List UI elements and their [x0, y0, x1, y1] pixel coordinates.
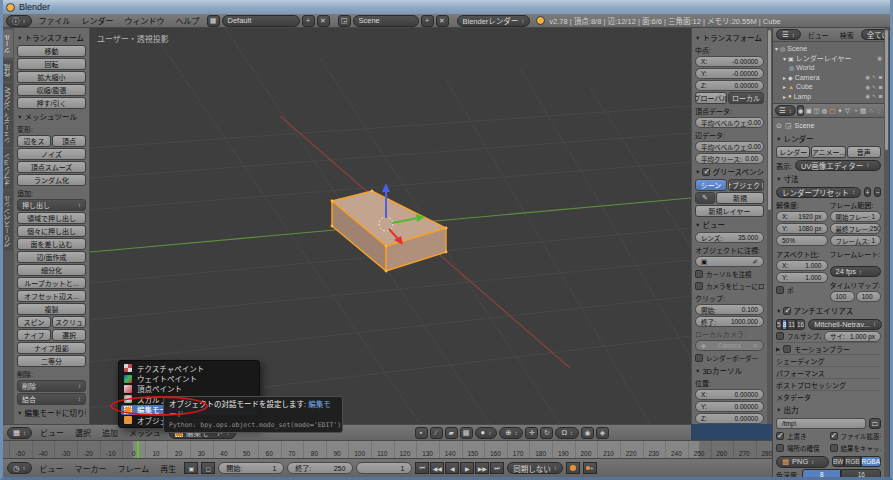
tab-object-data[interactable]: ▽	[844, 105, 851, 116]
edge-select-icon[interactable]: ∕	[430, 427, 443, 439]
expand-icon[interactable]: ▸	[783, 83, 786, 90]
audio-button[interactable]: 音声	[847, 146, 881, 158]
add-preset-button[interactable]: +	[864, 187, 871, 197]
z-axis-handle[interactable]	[382, 183, 390, 192]
expand-icon[interactable]: ▾	[775, 45, 778, 52]
cache-result-row[interactable]: 結果をキャッ...	[830, 443, 882, 453]
toolshelf-button[interactable]: ナイフ投影	[17, 342, 86, 354]
aa-filter-dropdown[interactable]: Mitchell-Netrav...↕	[808, 319, 882, 330]
extrude-dropdown[interactable]: 押し出し↕	[17, 199, 86, 211]
channel-bw[interactable]: BW	[832, 456, 844, 467]
gp-draw-icon[interactable]: ✎	[695, 192, 715, 204]
opengl-render-anim-icon[interactable]: ◈	[596, 427, 609, 439]
bevel-weight-edge-field[interactable]: 平均ベベルウェ:0.00	[695, 141, 764, 152]
cursor-y-field[interactable]: Y:0.00000	[695, 401, 764, 412]
tab-render-layers[interactable]: ▣	[805, 105, 812, 116]
border-row[interactable]: ボ	[776, 285, 828, 295]
remap-new-field[interactable]: 100	[856, 291, 881, 302]
panel-header-grease-pencil[interactable]: ▼グリースペンシルレイ	[695, 166, 764, 177]
gp-new-layer-button[interactable]: 新規レイヤー	[695, 205, 764, 217]
resolution-scale-slider[interactable]: 50%	[776, 235, 828, 246]
expand-icon[interactable]: ▸	[783, 93, 786, 100]
remove-preset-button[interactable]: −	[874, 187, 881, 197]
aspect-y-field[interactable]: Y:1.000	[776, 272, 828, 283]
toolshelf-button[interactable]: 拡大縮小	[17, 71, 86, 83]
toolshelf-button[interactable]: 個々に押し出し	[17, 225, 86, 237]
gp-new-button[interactable]: 新規	[716, 192, 764, 204]
panel-header-dimensions[interactable]: ▼寸法	[776, 173, 881, 184]
toolshelf-button[interactable]: 複製	[17, 303, 86, 315]
screen-layout-icon[interactable]: ▦	[207, 15, 220, 27]
frame-start-field[interactable]: 開始フレー:1	[830, 211, 882, 222]
toolshelf-button[interactable]: 領域で押し出し	[17, 212, 86, 224]
crease-field[interactable]: 平均クリース:0.00	[695, 153, 764, 164]
display-dropdown[interactable]: UV画像エディター↕	[795, 160, 881, 171]
menubar-menu-item[interactable]: ヘルプ	[171, 15, 205, 26]
median-x-field[interactable]: X:-0.00000	[695, 56, 764, 67]
renderability-icon[interactable]: ◙	[879, 84, 882, 90]
menu-item-weight-paint[interactable]: ウェイトペイント	[121, 373, 257, 383]
viewport-shading-dropdown[interactable]: ●↕	[475, 427, 498, 439]
tab-render[interactable]: ◉	[797, 105, 805, 116]
checkbox[interactable]	[830, 432, 838, 440]
cursor-z-field[interactable]: Z:0.00000	[695, 413, 764, 424]
aa-size-field[interactable]: サイ:1.000 px	[824, 331, 881, 342]
delete-scene-button[interactable]: ✕	[436, 15, 449, 27]
toolshelf-button[interactable]: 回転	[17, 58, 86, 70]
toolshelf-button[interactable]: ランダム化	[17, 174, 86, 186]
renderability-icon[interactable]: ◙	[879, 74, 882, 80]
aspect-x-field[interactable]: X:1.000	[776, 260, 828, 271]
panel-header-view[interactable]: ▼ビュー	[695, 219, 764, 230]
renderability-icon[interactable]: ◙	[879, 93, 882, 99]
panel-header-transform[interactable]: ▼トランスフォーム	[17, 32, 86, 43]
outliner-item-world[interactable]: ◍World	[775, 63, 882, 73]
play-reverse-icon[interactable]: ◀	[445, 462, 459, 474]
start-frame-field[interactable]: 開始:1	[218, 462, 284, 474]
outliner-menu-item[interactable]: 検索	[835, 30, 859, 40]
grease-pencil-checkbox[interactable]	[702, 168, 710, 176]
outliner-menu-item[interactable]: ビュー	[803, 30, 834, 40]
outliner-item-lamp[interactable]: ▸●Lamp◉↖◙	[775, 92, 882, 102]
resolution-y-field[interactable]: Y:1080 px	[776, 223, 828, 234]
overwrite-row[interactable]: 上書き	[776, 431, 828, 441]
checkbox[interactable]	[776, 444, 784, 452]
scene-selector[interactable]: Scene	[353, 15, 419, 27]
opengl-render-icon[interactable]: ◉	[581, 427, 594, 439]
checkbox[interactable]	[776, 332, 784, 340]
tab-create[interactable]: 作成	[3, 60, 13, 81]
frame-end-field[interactable]: 最終フレー:250	[830, 223, 882, 234]
pin-icon[interactable]: ⊙	[776, 122, 782, 130]
frame-step-field[interactable]: フレームス:1	[830, 235, 882, 246]
toolshelf-button[interactable]: 頂点スムーズ	[17, 161, 86, 173]
render-engine-selector[interactable]: Blenderレンダー↕	[457, 15, 531, 27]
toolshelf-button[interactable]: 辺をス	[17, 135, 51, 147]
editor-type-selector[interactable]: ▦↕	[7, 427, 32, 439]
render-preset-dropdown[interactable]: レンダープリセット↕	[776, 187, 861, 198]
remap-old-field[interactable]: 100	[830, 291, 855, 302]
expand-icon[interactable]: ▾	[783, 55, 786, 62]
menu-item-texture-paint[interactable]: テクスチャペイント	[121, 363, 257, 373]
delete-layout-button[interactable]: ✕	[317, 15, 330, 27]
clip-end-field[interactable]: 終了:1000.000	[695, 316, 764, 327]
output-path-field[interactable]: /tmp\	[776, 418, 866, 429]
lock-to-object-field[interactable]: ▣✐	[695, 256, 764, 267]
viewport-menu-item[interactable]: メッシュ	[124, 427, 166, 438]
render-button[interactable]: レンダー	[776, 146, 810, 158]
render-border-row[interactable]: レンダーボーダー	[695, 353, 764, 363]
play-icon[interactable]: ▶	[460, 462, 474, 474]
toolshelf-button[interactable]: スピン	[17, 316, 51, 328]
folder-icon[interactable]: 🗀	[869, 418, 881, 429]
visibility-icon[interactable]: ◉	[865, 74, 870, 80]
tab-texture[interactable]: ▨	[860, 105, 867, 116]
visibility-icon[interactable]: ◉	[865, 93, 870, 99]
panel-header-antialiasing[interactable]: ▼アンチエイリアス	[776, 305, 881, 316]
cursor-x-field[interactable]: X:0.00000	[695, 389, 764, 400]
tab-physics[interactable]: ◌	[875, 105, 882, 116]
panel-header-render[interactable]: ▼レンダー	[776, 133, 881, 144]
outliner-item-cube[interactable]: ▸▲Cube◉↖◙	[775, 82, 882, 92]
tab-world[interactable]: ◍	[821, 105, 828, 116]
placeholders-row[interactable]: 場所の確保	[776, 443, 828, 453]
collapsed-panel-header[interactable]: ポストプロセッシング	[776, 378, 881, 390]
bevel-weight-vertex-field[interactable]: 平均ベベルウェ:0.00	[695, 117, 764, 128]
animation-button[interactable]: アニメー...	[811, 146, 845, 158]
